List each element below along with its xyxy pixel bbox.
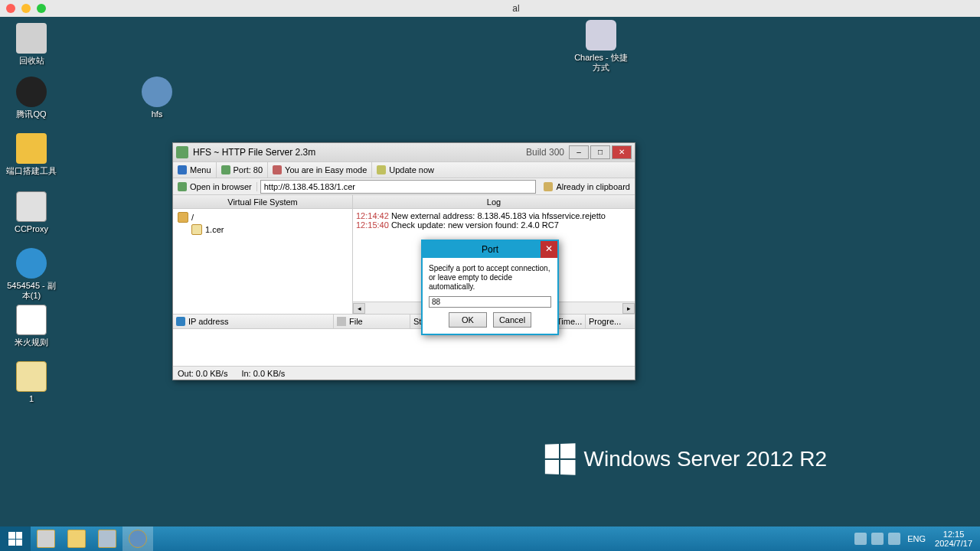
globe-icon (176, 317, 185, 326)
desktop-icon-ie[interactable]: 5454545 - 副本(1) (5, 248, 58, 301)
tray-clock[interactable]: 12:15 2024/7/17 (935, 530, 972, 548)
taskbar-server-manager[interactable] (31, 527, 61, 551)
tray-sound-icon[interactable] (888, 533, 900, 545)
desktop-icon-rules[interactable]: 米火规则 (5, 305, 58, 347)
status-in: In: 0.0 KB/s (241, 369, 285, 378)
folder-icon (178, 212, 188, 223)
col-ip[interactable]: IP address (173, 315, 334, 328)
clipboard-label: Already in clipboard (539, 182, 635, 191)
dialog-message: Specify a port to accept connection, or … (429, 264, 551, 292)
clipboard-icon (544, 182, 553, 191)
update-button[interactable]: Update now (372, 162, 439, 178)
hfs-window: HFS ~ HTTP File Server 2.3m Build 300 – … (172, 142, 635, 380)
vfs-tree[interactable]: / 1.cer (173, 209, 352, 314)
file-icon (337, 317, 346, 326)
taskbar-explorer[interactable] (61, 527, 92, 551)
menu-button[interactable]: Menu (173, 162, 217, 178)
tray-flag-icon[interactable] (854, 533, 867, 545)
mac-title: al (52, 3, 980, 14)
dialog-close-button[interactable]: ✕ (541, 241, 557, 258)
scroll-left-icon[interactable]: ◂ (353, 303, 365, 314)
mac-close[interactable] (6, 4, 15, 13)
address-bar: Open in browser Already in clipboard (173, 178, 635, 195)
log-header: Log (353, 195, 635, 209)
system-tray: ENG 12:15 2024/7/17 (852, 530, 980, 548)
vfs-header: Virtual File System (173, 195, 352, 209)
minimize-button[interactable]: – (569, 145, 589, 159)
desktop-icon-ccproxy[interactable]: CCProxy (5, 191, 58, 234)
cert-icon (191, 224, 202, 235)
tree-item[interactable]: 1.cer (191, 223, 348, 236)
connections-body (173, 329, 635, 366)
os-branding: Windows Server 2012 R2 (544, 444, 827, 474)
dialog-title: Port (482, 244, 498, 255)
desktop-icon-recycle[interactable]: 回收站 (5, 23, 58, 66)
ok-button[interactable]: OK (449, 312, 487, 328)
desktop-icon-hfs[interactable]: hfs (130, 77, 184, 119)
desktop-icon-qq[interactable]: 腾讯QQ (5, 77, 58, 119)
close-button[interactable]: ✕ (612, 145, 632, 159)
status-bar: Out: 0.0 KB/s In: 0.0 KB/s (173, 366, 635, 380)
maximize-button[interactable]: □ (590, 145, 610, 159)
window-title: HFS ~ HTTP File Server 2.3m (193, 147, 526, 158)
col-file[interactable]: File (334, 315, 410, 328)
status-out: Out: 0.0 KB/s (178, 369, 227, 378)
start-icon (8, 532, 22, 546)
tray-language[interactable]: ENG (907, 534, 926, 543)
taskbar: ENG 12:15 2024/7/17 (0, 527, 980, 551)
cancel-button[interactable]: Cancel (493, 312, 531, 328)
connections-header: IP address File Status Speed Time... Pro… (173, 314, 635, 329)
vfs-panel: Virtual File System / 1.cer (173, 195, 353, 314)
tree-root[interactable]: / (178, 211, 348, 223)
windows-logo-icon (544, 443, 575, 474)
desktop-icon-charles[interactable]: Charles - 快捷方式 (574, 20, 628, 73)
desktop-icon-port-tool[interactable]: 端口搭建工具 (5, 133, 58, 176)
toolbar: Menu Port: 80 You are in Easy mode Updat… (173, 161, 635, 178)
mac-zoom[interactable] (37, 4, 46, 13)
titlebar[interactable]: HFS ~ HTTP File Server 2.3m Build 300 – … (173, 143, 635, 161)
mac-titlebar: al (0, 0, 980, 17)
desktop-icon-cert[interactable]: 1 (5, 361, 58, 404)
port-dialog: Port ✕ Specify a port to accept connecti… (421, 240, 559, 335)
start-button[interactable] (0, 527, 31, 551)
open-browser-button[interactable]: Open in browser (173, 182, 257, 191)
tray-network-icon[interactable] (871, 533, 884, 545)
taskbar-hfs[interactable] (122, 527, 153, 551)
build-label: Build 300 (526, 147, 564, 158)
dialog-titlebar[interactable]: Port ✕ (423, 241, 557, 258)
app-icon (176, 146, 188, 158)
port-input[interactable] (429, 296, 551, 308)
port-button[interactable]: Port: 80 (217, 162, 269, 178)
easy-mode-button[interactable]: You are in Easy mode (268, 162, 372, 178)
taskbar-app1[interactable] (92, 527, 122, 551)
url-input[interactable] (260, 180, 537, 194)
scroll-right-icon[interactable]: ▸ (622, 303, 635, 314)
col-progress[interactable]: Progre... (586, 315, 635, 328)
mac-minimize[interactable] (21, 4, 31, 13)
